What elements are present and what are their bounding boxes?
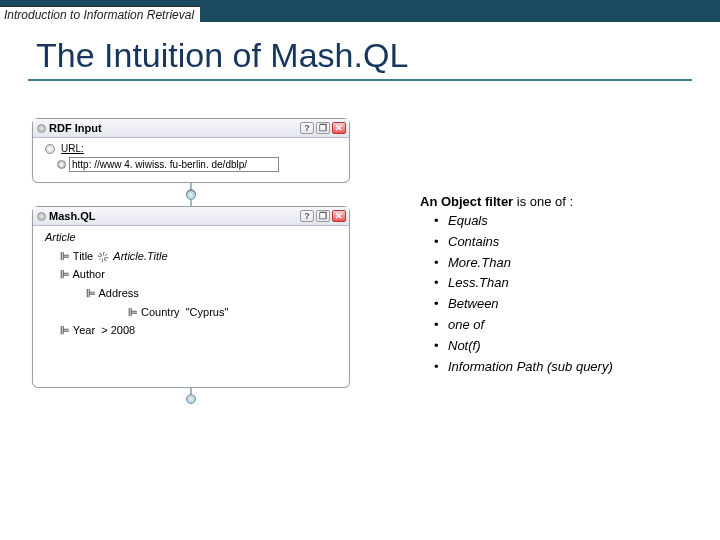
title-underline — [28, 79, 692, 81]
maximize-icon[interactable]: ❐ — [316, 210, 330, 222]
filter-value: "Cyprus" — [186, 306, 229, 318]
rdf-input-panel: RDF Input ? ❐ ✕ URL: — [32, 118, 350, 183]
tree-root[interactable]: Article — [45, 228, 343, 247]
slide-title: The Intuition of Mash.QL — [0, 22, 720, 79]
help-icon[interactable]: ? — [300, 122, 314, 134]
variable-name: Article.Title — [113, 250, 167, 262]
object-filter-list: Equals Contains More.Than Less.Than Betw… — [420, 211, 700, 377]
tree-row-address[interactable]: ⊫ Address — [45, 284, 343, 303]
query-tree: Article ⊫ Title Article.Title ⊫ Author ⊫… — [33, 226, 349, 348]
binding-icon: ⊫ — [85, 284, 96, 303]
object-filter-lead-rest: is one of : — [513, 194, 573, 209]
close-icon[interactable]: ✕ — [332, 210, 346, 222]
object-filter-note: An Object filter is one of : Equals Cont… — [420, 194, 700, 377]
list-item: Between — [448, 294, 700, 315]
gear-icon — [45, 144, 55, 154]
collapse-icon[interactable] — [37, 124, 46, 133]
maximize-icon[interactable]: ❐ — [316, 122, 330, 134]
object-filter-heading: An Object filter is one of : — [420, 194, 700, 209]
mashql-panel-title: Mash.QL — [49, 210, 95, 222]
list-item: Not(f) — [448, 336, 700, 357]
tree-row-title[interactable]: ⊫ Title Article.Title — [45, 247, 343, 266]
object-filter-lead-bold: An Object filter — [420, 194, 513, 209]
prop-name: Title — [73, 250, 93, 262]
url-input[interactable] — [69, 157, 279, 172]
binding-icon: ⊫ — [59, 247, 70, 266]
help-icon[interactable]: ? — [300, 210, 314, 222]
list-item: Information Path (sub query) — [448, 357, 700, 378]
tree-row-country[interactable]: ⊫ Country "Cyprus" — [45, 303, 343, 322]
url-label: URL: — [61, 143, 84, 154]
mashql-panel: Mash.QL ? ❐ ✕ Article ⊫ Title Article.Ti… — [32, 206, 350, 388]
rdf-panel-title: RDF Input — [49, 122, 102, 134]
close-icon[interactable]: ✕ — [332, 122, 346, 134]
list-item: Less.Than — [448, 273, 700, 294]
prop-name: Address — [98, 287, 138, 299]
source-dot-icon — [57, 160, 66, 169]
prop-name: Country — [141, 306, 180, 318]
rdf-panel-controls: ? ❐ ✕ — [300, 122, 346, 134]
list-item: More.Than — [448, 253, 700, 274]
url-row — [57, 157, 343, 172]
filter-value: > 2008 — [101, 324, 135, 336]
list-item: Contains — [448, 232, 700, 253]
url-label-row: URL: — [45, 142, 343, 154]
connector-dot-icon — [186, 190, 196, 200]
list-item: one of — [448, 315, 700, 336]
binding-icon: ⊫ — [59, 265, 70, 284]
gear-icon[interactable] — [98, 252, 108, 262]
list-item: Equals — [448, 211, 700, 232]
prop-name: Year — [73, 324, 95, 336]
binding-icon: ⊫ — [127, 303, 138, 322]
binding-icon: ⊫ — [59, 321, 70, 340]
collapse-icon[interactable] — [37, 212, 46, 221]
header-bar: Introduction to Information Retrieval — [0, 0, 720, 22]
tree-row-year[interactable]: ⊫ Year > 2008 — [45, 321, 343, 340]
mashql-panel-controls: ? ❐ ✕ — [300, 210, 346, 222]
tree-row-author[interactable]: ⊫ Author — [45, 265, 343, 284]
mashql-panel-header[interactable]: Mash.QL ? ❐ ✕ — [33, 207, 349, 226]
prop-name: Author — [72, 268, 104, 280]
connector-dot-icon — [186, 394, 196, 404]
course-label: Introduction to Information Retrieval — [0, 6, 200, 22]
rdf-panel-header[interactable]: RDF Input ? ❐ ✕ — [33, 119, 349, 138]
